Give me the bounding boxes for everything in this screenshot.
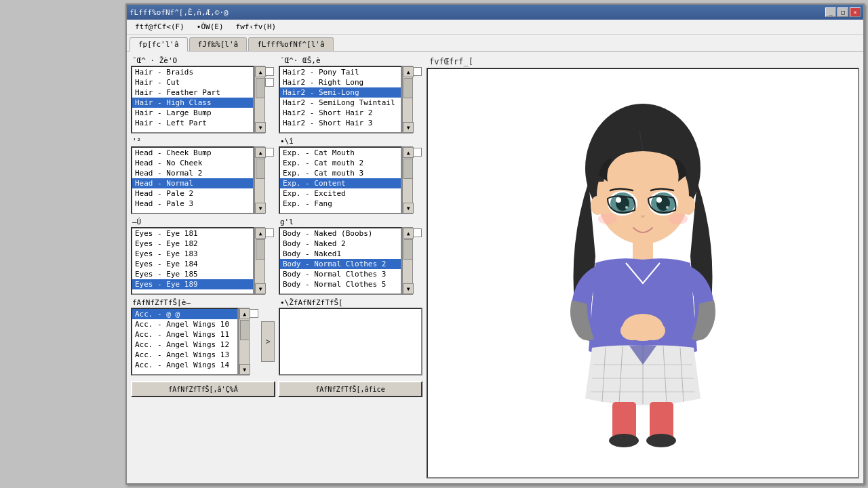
list-item[interactable]: Hair - Braids — [132, 67, 253, 77]
scroll-up[interactable]: ▲ — [255, 228, 266, 239]
menu-help[interactable]: fwf‹fv(H) — [231, 21, 282, 33]
scroll-thumb[interactable] — [256, 159, 265, 179]
expression-scrollbar[interactable]: ▲ ▼ — [402, 146, 413, 214]
scroll-thumb[interactable] — [403, 159, 413, 179]
list-item[interactable]: Exp. - Cat mouth 2 — [280, 158, 401, 168]
accessories-listbox[interactable]: Acc. - @ @ Acc. - Angel Wings 10 Acc. - … — [131, 308, 239, 375]
list-item[interactable]: Hair2 - Short Hair 2 — [280, 108, 401, 118]
tab-character[interactable]: fp[fc'l'â — [130, 37, 188, 52]
list-item[interactable]: Head - Normal 2 — [132, 168, 253, 178]
list-item[interactable]: Eyes - Eye 181 — [132, 228, 253, 239]
list-item[interactable]: Exp. - Fang — [280, 199, 401, 209]
list-item[interactable]: Hair - Large Bump — [132, 108, 253, 118]
scroll-up[interactable]: ▲ — [255, 66, 266, 77]
list-item[interactable]: Hair - Left Part — [132, 118, 253, 128]
scroll-thumb[interactable] — [256, 78, 265, 98]
list-item[interactable]: Acc. - Angel Wings 12 — [132, 340, 237, 350]
list-item[interactable]: Head - Pale 2 — [132, 188, 253, 199]
list-item[interactable]: Body - Normal Clothes 2 — [280, 259, 401, 269]
body-scrollbar[interactable]: ▲ ▼ — [402, 227, 413, 295]
list-item[interactable]: Acc. - Angel Wings 14 — [132, 360, 237, 370]
list-item[interactable]: Hair - Feather Part — [132, 87, 253, 98]
list-item[interactable]: Eyes - Eye 183 — [132, 249, 253, 259]
list-item[interactable]: Exp. - Cat mouth 3 — [280, 168, 401, 178]
eyes-cb-1[interactable] — [265, 228, 274, 237]
list-item[interactable]: Exp. - Content — [280, 178, 401, 188]
list-item[interactable]: Acc. - Angel Wings 13 — [132, 350, 237, 360]
list-item[interactable]: Acc. - Angel Wings 10 — [132, 319, 237, 329]
scroll-down[interactable]: ▼ — [403, 203, 414, 214]
scroll-up[interactable]: ▲ — [255, 147, 266, 158]
list-item[interactable]: Exp. - Cat Mouth — [280, 148, 401, 158]
list-item[interactable]: Hair2 - Pony Tail — [280, 67, 401, 77]
head-listbox[interactable]: Head - Cheek Bump Head - No Cheek Head -… — [131, 146, 254, 214]
list-item[interactable]: Body - Normal Clothes 5 — [280, 279, 401, 289]
list-item[interactable]: Eyes - Eye 184 — [132, 259, 253, 269]
list-item[interactable]: Head - No Cheek — [132, 158, 253, 168]
scroll-down[interactable]: ▼ — [255, 203, 266, 214]
hair-section-label: ¯Œ^ · Žè'O — [131, 56, 275, 66]
hair-cb-1[interactable] — [265, 67, 274, 76]
scroll-down[interactable]: ▼ — [403, 283, 414, 294]
tab-list[interactable]: fLfff%ofNf^[l'â — [248, 37, 333, 51]
list-item[interactable]: Head - Normal — [132, 178, 253, 188]
scroll-thumb[interactable] — [403, 239, 413, 260]
list-item[interactable]: Eyes - Eye 189 — [132, 279, 253, 289]
close-button[interactable]: ✕ — [850, 7, 861, 17]
list-item[interactable]: Head - Pale 3 — [132, 199, 253, 209]
exp-cb-1[interactable] — [413, 148, 422, 157]
list-item[interactable]: Hair2 - Short Hair 3 — [280, 118, 401, 128]
acc-cb-1[interactable] — [250, 309, 258, 318]
hair-scrollbar[interactable]: ▲ ▼ — [254, 66, 265, 134]
eyes-listbox[interactable]: Eyes - Eye 181 Eyes - Eye 182 Eyes - Eye… — [131, 227, 254, 295]
tab-color[interactable]: fJf‰%[l'â — [189, 37, 248, 51]
body-cb-1[interactable] — [413, 228, 422, 237]
body-listbox[interactable]: Body - Naked (Boobs) Body - Naked 2 Body… — [279, 227, 402, 295]
menu-file[interactable]: ftf@fCf<(F) — [130, 21, 190, 33]
list-item[interactable]: Hair - Cut — [132, 77, 253, 87]
scroll-down[interactable]: ▼ — [239, 364, 250, 375]
hair-cb-2[interactable] — [265, 78, 274, 87]
character-svg — [528, 94, 758, 453]
hair-listbox[interactable]: Hair - Braids Hair - Cut Hair - Feather … — [131, 66, 254, 134]
scroll-thumb[interactable] — [256, 239, 265, 260]
list-item[interactable]: Body - Naked (Boobs) — [280, 228, 401, 239]
hair2-listbox[interactable]: Hair2 - Pony Tail Hair2 - Right Long Hai… — [279, 66, 402, 134]
maximize-button[interactable]: □ — [837, 7, 848, 17]
list-item[interactable]: Exp. - Excited — [280, 188, 401, 199]
add-accessory-button[interactable]: > — [261, 321, 275, 362]
list-item[interactable]: Eyes - Eye 182 — [132, 239, 253, 249]
list-item[interactable]: Eyes - Eye 185 — [132, 269, 253, 279]
list-item[interactable]: Body - Normal Clothes 3 — [280, 269, 401, 279]
list-item[interactable]: Hair2 - SemiLong Twintail — [280, 98, 401, 108]
scroll-thumb[interactable] — [403, 78, 413, 98]
hair2-cb-1[interactable] — [413, 67, 422, 76]
hair2-scrollbar[interactable]: ▲ ▼ — [402, 66, 413, 134]
apply-accessories-button[interactable]: fAfNfZfTfŠ[,â'Ç%Á — [131, 381, 275, 397]
list-item[interactable]: Head - Cheek Bump — [132, 148, 253, 158]
scroll-thumb[interactable] — [240, 320, 250, 340]
scroll-down[interactable]: ▼ — [255, 122, 266, 133]
scroll-up[interactable]: ▲ — [403, 228, 414, 239]
list-item[interactable]: Body - Naked1 — [280, 249, 401, 259]
list-item[interactable]: Body - Naked 2 — [280, 239, 401, 249]
expression-listbox[interactable]: Exp. - Cat Mouth Exp. - Cat mouth 2 Exp.… — [279, 146, 402, 214]
list-item[interactable]: Hair2 - Right Long — [280, 77, 401, 87]
accessories-scrollbar[interactable]: ▲ ▼ — [239, 308, 250, 375]
scroll-up[interactable]: ▲ — [403, 147, 414, 158]
list-item[interactable]: Hair - High Class — [132, 98, 253, 108]
menu-edit[interactable]: •ÒW(E) — [191, 21, 229, 33]
minimize-button[interactable]: _ — [825, 7, 836, 17]
apply-accessories2-button[interactable]: fAfNfZfTfŠ[,âfice — [278, 381, 422, 397]
head-cb-1[interactable] — [265, 148, 274, 157]
scroll-up[interactable]: ▲ — [403, 66, 414, 77]
eyes-scrollbar[interactable]: ▲ ▼ — [254, 227, 265, 295]
accessories2-listbox[interactable] — [279, 308, 422, 375]
scroll-down[interactable]: ▼ — [403, 122, 414, 133]
list-item[interactable]: Acc. - Angel Wings 11 — [132, 329, 237, 340]
list-item[interactable]: Acc. - @ @ — [132, 309, 237, 319]
scroll-down[interactable]: ▼ — [255, 283, 266, 294]
scroll-up[interactable]: ▲ — [239, 308, 250, 319]
list-item[interactable]: Hair2 - Semi-Long — [280, 87, 401, 98]
head-scrollbar[interactable]: ▲ ▼ — [254, 146, 265, 214]
